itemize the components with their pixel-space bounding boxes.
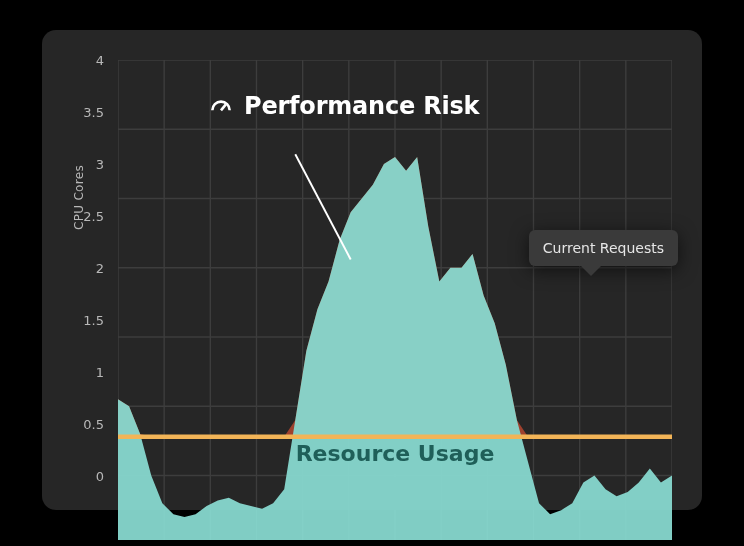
svg-line-23 xyxy=(221,104,226,110)
ytick-2-5: 2.5 xyxy=(62,209,104,224)
gauge-icon xyxy=(208,93,234,119)
ytick-1-5: 1.5 xyxy=(62,313,104,328)
performance-risk-label: Performance Risk xyxy=(208,92,479,120)
ytick-3: 3 xyxy=(62,157,104,172)
ytick-3-5: 3.5 xyxy=(62,105,104,120)
plot-area: 0 0.5 1 1.5 2 2.5 3 3.5 4 Performance Ri… xyxy=(118,60,672,476)
ytick-1: 1 xyxy=(62,365,104,380)
chart-card: CPU Cores 0 0.5 1 1.5 2 2.5 3 3.5 4 Perf… xyxy=(42,30,702,510)
svg-line-22 xyxy=(295,154,350,259)
resource-usage-label: Resource Usage xyxy=(296,441,495,466)
ytick-4: 4 xyxy=(62,53,104,68)
ytick-2: 2 xyxy=(62,261,104,276)
performance-risk-text: Performance Risk xyxy=(244,92,479,120)
ytick-0-5: 0.5 xyxy=(62,417,104,432)
tooltip-text: Current Requests xyxy=(543,240,664,256)
ytick-0: 0 xyxy=(62,469,104,484)
leader-line xyxy=(118,60,672,540)
current-requests-tooltip: Current Requests xyxy=(529,230,678,266)
